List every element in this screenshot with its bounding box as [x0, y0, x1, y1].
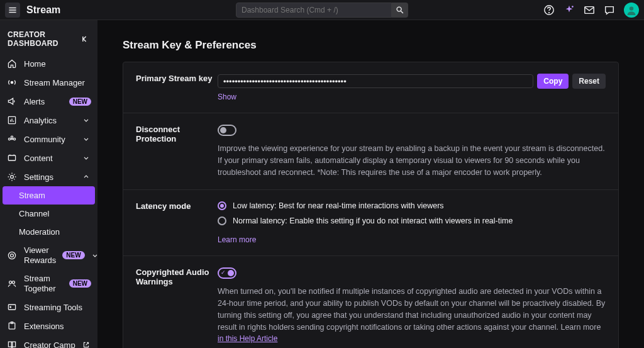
row-primary-key: Primary Stream key Copy Reset Show: [123, 62, 618, 113]
stream-key-input[interactable]: [218, 74, 533, 88]
svg-rect-17: [8, 305, 15, 310]
show-link[interactable]: Show: [218, 93, 236, 101]
main-content: Stream Key & Preferences Primary Stream …: [97, 20, 644, 348]
nav-label: Community: [24, 135, 76, 144]
section-title-stream-key: Stream Key & Preferences: [123, 39, 619, 52]
help-article-link[interactable]: in this Help Article: [218, 333, 277, 344]
new-badge: NEW: [69, 98, 91, 106]
radio-label: Low latency: Best for near real-time int…: [233, 201, 444, 210]
svg-point-12: [11, 176, 14, 179]
search-input[interactable]: [236, 3, 392, 18]
chat-icon[interactable]: [604, 4, 615, 16]
sidebar-item-content[interactable]: Content: [0, 149, 97, 167]
page-title: Stream: [26, 4, 60, 16]
svg-point-2: [549, 12, 550, 13]
sidebar-item-home[interactable]: Home: [0, 54, 97, 73]
nav-label: Stream Manager: [24, 78, 91, 87]
svg-point-8: [11, 136, 13, 138]
svg-point-14: [11, 254, 14, 257]
radio-normal-latency[interactable]: [218, 216, 226, 225]
copy-button[interactable]: Copy: [537, 74, 569, 89]
svg-point-13: [8, 252, 15, 259]
book-icon: [6, 340, 18, 348]
sidebar-item-community[interactable]: Community: [0, 130, 97, 149]
help-icon[interactable]: [543, 4, 555, 16]
collapse-icon[interactable]: [80, 34, 90, 44]
sparkle-icon[interactable]: [564, 4, 575, 16]
sidebar-subitem-moderation[interactable]: Moderation: [0, 223, 97, 241]
avatar[interactable]: [624, 3, 639, 18]
chevron-down-icon: [82, 135, 91, 143]
chart-icon: [6, 115, 18, 125]
sidebar-item-analytics[interactable]: Analytics: [0, 111, 97, 130]
extensions-icon: [6, 321, 18, 331]
row-label: Latency mode: [136, 201, 218, 244]
sidebar-item-creator-camp[interactable]: Creator Camp: [0, 335, 97, 348]
nav-label: Content: [24, 154, 76, 163]
radio-label: Normal latency: Enable this setting if y…: [233, 216, 513, 225]
gear-icon: [6, 172, 18, 182]
search-button[interactable]: [392, 3, 408, 18]
svg-point-10: [13, 138, 15, 140]
svg-point-3: [572, 6, 574, 8]
row-label: Primary Stream key: [136, 74, 218, 101]
tools-icon: [6, 302, 18, 312]
nav-label: Settings: [24, 172, 76, 182]
chevron-down-icon: [82, 154, 91, 162]
nav-label: Analytics: [24, 116, 76, 125]
reset-button[interactable]: Reset: [572, 74, 606, 89]
content-icon: [6, 153, 18, 163]
sidebar-item-stream-manager[interactable]: Stream Manager: [0, 73, 97, 92]
row-latency: Latency mode Low latency: Best for near …: [123, 190, 618, 256]
search-icon: [396, 6, 404, 14]
nav-label: Extensions: [24, 322, 91, 331]
sidebar-item-viewer-rewards[interactable]: Viewer Rewards NEW: [0, 241, 97, 269]
sidebar-header: CREATOR DASHBOARD: [0, 25, 97, 54]
svg-point-6: [11, 81, 13, 83]
chevron-down-icon: [82, 116, 91, 124]
row-audio-warnings: Copyrighted Audio Warnings ✓ When turned…: [123, 256, 618, 348]
learn-more-link[interactable]: Learn more: [218, 235, 256, 244]
sidebar-item-settings[interactable]: Settings: [0, 167, 97, 186]
row-label: Copyrighted Audio Warnings: [136, 267, 218, 345]
panel-stream-key: Primary Stream key Copy Reset Show Disco…: [123, 62, 619, 348]
chevron-down-icon: [91, 252, 97, 259]
sidebar-subitem-channel[interactable]: Channel: [0, 205, 97, 223]
help-text: Improve the viewing experience for your …: [218, 143, 606, 178]
help-text-body: When turned on, you'll be notified if mu…: [218, 287, 605, 331]
menu-toggle[interactable]: [5, 3, 20, 18]
sidebar-title: CREATOR DASHBOARD: [8, 30, 80, 48]
broadcast-icon: [6, 77, 18, 87]
svg-point-16: [12, 281, 14, 283]
community-icon: [6, 134, 18, 144]
rewards-icon: [6, 250, 18, 261]
nav-label: Viewer Rewards: [24, 245, 56, 265]
sidebar-item-streaming-tools[interactable]: Streaming Tools: [0, 298, 97, 317]
external-link-icon: [82, 341, 91, 348]
nav-label: Home: [24, 59, 91, 69]
sidebar-subitem-stream[interactable]: Stream: [3, 186, 95, 205]
svg-point-15: [9, 281, 12, 283]
inbox-icon[interactable]: [584, 4, 595, 16]
radio-low-latency[interactable]: [218, 201, 226, 210]
topbar: Stream: [0, 0, 644, 20]
nav-label: Stream Together: [24, 274, 63, 293]
sidebar-item-extensions[interactable]: Extensions: [0, 317, 97, 335]
svg-point-5: [630, 6, 633, 10]
audio-warnings-toggle[interactable]: ✓: [218, 267, 236, 279]
svg-point-0: [397, 7, 401, 11]
together-icon: [6, 279, 18, 289]
svg-point-18: [10, 307, 11, 308]
sidebar-item-alerts[interactable]: Alerts NEW: [0, 92, 97, 111]
disconnect-toggle[interactable]: [218, 125, 236, 136]
row-label: Disconnect Protection: [136, 125, 218, 178]
new-badge: NEW: [62, 251, 84, 259]
sidebar-item-stream-together[interactable]: Stream Together NEW: [0, 269, 97, 298]
row-disconnect-protection: Disconnect Protection Improve the viewin…: [123, 113, 618, 190]
help-text: When turned on, you'll be notified if mu…: [218, 286, 606, 345]
home-icon: [6, 59, 18, 69]
megaphone-icon: [6, 96, 18, 106]
nav-label: Creator Camp: [24, 340, 76, 348]
search-wrap: [236, 3, 408, 18]
nav-label: Alerts: [24, 97, 63, 106]
